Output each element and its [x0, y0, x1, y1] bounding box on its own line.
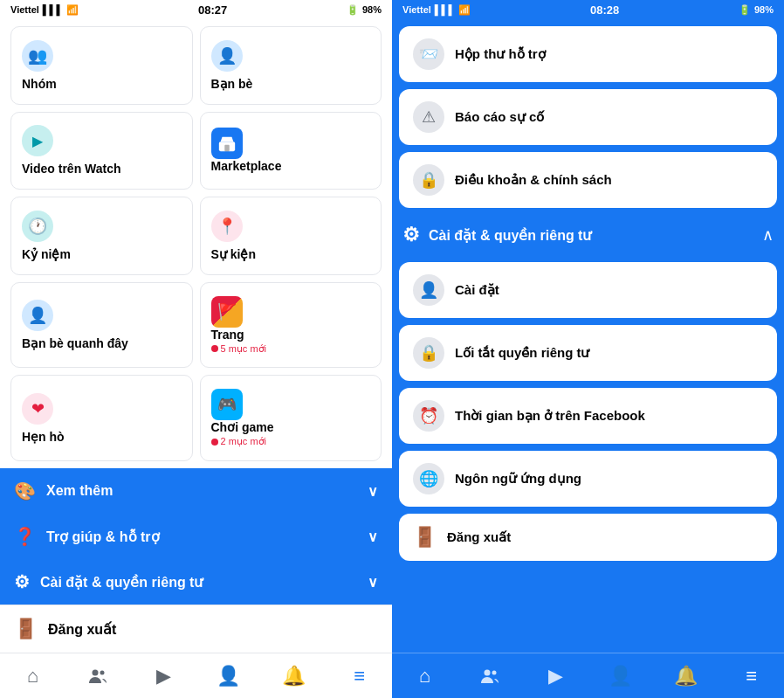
ban-be-quanh-icon: 👤 [22, 300, 53, 331]
left-wifi-icon: 📶 [66, 4, 79, 16]
grid-card-video-watch[interactable]: ▶ Video trên Watch [10, 112, 193, 190]
left-status-right: 🔋 98% [347, 4, 382, 16]
xem-them-chevron: ∨ [368, 483, 378, 500]
right-nav-video[interactable]: ▶ [523, 665, 588, 688]
grid-card-trang[interactable]: 🚩 Trang 5 mục mới [200, 282, 382, 369]
trang-badge-dot [211, 345, 218, 352]
bao-cao-card[interactable]: ⚠ Báo cáo sự cố [399, 89, 777, 145]
bao-cao-label: Báo cáo sự cố [455, 109, 544, 125]
left-nav-menu[interactable]: ≡ [327, 665, 392, 688]
dieu-khoan-card[interactable]: 🔒 Điều khoản & chính sách [399, 152, 777, 208]
ky-niem-label: Kỷ niệm [22, 247, 182, 261]
su-kien-label: Sự kiện [211, 247, 371, 261]
settings-section-icon: ⚙ [402, 224, 420, 246]
marketplace-label: Marketplace [211, 159, 371, 173]
right-nav-profile[interactable]: 👤 [588, 665, 653, 688]
grid-card-ban-be[interactable]: 👤 Bạn bè [200, 26, 382, 105]
nhom-label: Nhóm [22, 77, 182, 91]
nhom-icon: 👥 [22, 40, 53, 72]
choi-game-label: Chơi game [211, 420, 371, 434]
marketplace-icon [211, 128, 243, 159]
choi-game-badge-dot [211, 439, 218, 446]
hen-ho-label: Hẹn hò [22, 430, 182, 444]
settings-section-label: Cài đặt & quyền riêng tư [429, 227, 591, 244]
left-nav-bell[interactable]: 🔔 [261, 665, 327, 688]
cai-dat-left-row-left: ⚙ Cài đặt & quyền riêng tư [14, 571, 203, 592]
cai-dat-left-label: Cài đặt & quyền riêng tư [40, 574, 203, 591]
hop-thu-label: Hộp thư hỗ trợ [455, 46, 546, 62]
bao-cao-icon: ⚠ [413, 101, 444, 133]
ban-be-icon: 👤 [211, 40, 243, 72]
settings-section-left: ⚙ Cài đặt & quyền riêng tư [402, 224, 591, 246]
grid-card-ban-be-quanh[interactable]: 👤 Bạn bè quanh đây [10, 282, 193, 369]
hop-thu-card[interactable]: 📨 Hộp thư hỗ trợ [399, 26, 777, 82]
grid-card-marketplace[interactable]: Marketplace [200, 112, 382, 190]
grid-card-nhom[interactable]: 👥 Nhóm [10, 26, 193, 105]
right-status-right: 🔋 98% [739, 4, 774, 16]
svg-rect-1 [224, 145, 230, 151]
right-nav-menu[interactable]: ≡ [719, 665, 784, 688]
right-status-bar: Viettel ▌▌▌ 📶 08:28 🔋 98% [392, 0, 784, 19]
ngon-ngu-label: Ngôn ngữ ứng dụng [455, 471, 581, 487]
xem-them-left: 🎨 Xem thêm [14, 480, 113, 501]
left-carrier: Viettel [10, 4, 39, 15]
cai-dat-left-row[interactable]: ⚙ Cài đặt & quyền riêng tư ∨ [0, 559, 392, 605]
right-logout-row[interactable]: 🚪 Đăng xuất [399, 514, 777, 561]
grid-card-su-kien[interactable]: 📍 Sự kiện [200, 197, 382, 275]
right-signal-icon: ▌▌▌ [435, 4, 455, 15]
ngon-ngu-icon: 🌐 [413, 463, 444, 494]
right-nav-home[interactable]: ⌂ [392, 665, 457, 688]
video-watch-label: Video trên Watch [22, 162, 182, 176]
choi-game-icon: 🎮 [211, 389, 243, 420]
left-nav-friends[interactable] [65, 666, 131, 687]
su-kien-icon: 📍 [211, 211, 243, 242]
left-nav-profile[interactable]: 👤 [196, 665, 261, 688]
tro-giup-row[interactable]: ❓ Trợ giúp & hỗ trợ ∨ [0, 514, 392, 559]
right-logout-label: Đăng xuất [447, 529, 511, 545]
right-nav-bell[interactable]: 🔔 [653, 665, 719, 688]
right-time: 08:28 [590, 3, 619, 17]
trang-badge: 5 mục mới [211, 343, 371, 355]
left-time: 08:27 [198, 3, 227, 17]
left-nav-video[interactable]: ▶ [131, 665, 196, 688]
cai-dat-label: Cài đặt [455, 282, 499, 298]
xem-them-label: Xem thêm [46, 483, 113, 499]
left-panel: Viettel ▌▌▌ 📶 08:27 🔋 98% 👥 Nhóm 👤 Bạn b… [0, 0, 392, 698]
right-status-left: Viettel ▌▌▌ 📶 [402, 4, 471, 16]
hop-thu-icon: 📨 [413, 38, 444, 70]
ban-be-label: Bạn bè [211, 77, 371, 91]
thoi-gian-icon: ⏰ [413, 400, 444, 432]
thoi-gian-card[interactable]: ⏰ Thời gian bạn ở trên Facebook [399, 388, 777, 444]
trang-label: Trang [211, 328, 371, 342]
settings-section-chevron: ∧ [762, 225, 774, 245]
grid-card-hen-ho[interactable]: ❤ Hẹn hò [10, 375, 193, 461]
loi-tat-card[interactable]: 🔒 Lối tắt quyền riêng tư [399, 325, 777, 381]
dieu-khoan-label: Điều khoản & chính sách [455, 172, 612, 188]
right-nav-friends[interactable] [457, 666, 523, 687]
grid-card-ky-niem[interactable]: 🕐 Kỷ niệm [10, 197, 193, 275]
cai-dat-card[interactable]: 👤 Cài đặt [399, 262, 777, 318]
svg-point-3 [100, 670, 105, 674]
ban-be-quanh-label: Bạn bè quanh đây [22, 336, 182, 350]
left-status-bar: Viettel ▌▌▌ 📶 08:27 🔋 98% [0, 0, 392, 19]
right-wifi-icon: 📶 [458, 4, 471, 16]
tro-giup-label: Trợ giúp & hỗ trợ [46, 529, 160, 545]
loi-tat-icon: 🔒 [413, 337, 444, 369]
dieu-khoan-icon: 🔒 [413, 164, 444, 196]
settings-section-header[interactable]: ⚙ Cài đặt & quyền riêng tư ∧ [399, 215, 777, 255]
tro-giup-chevron: ∨ [368, 529, 378, 545]
tro-giup-left: ❓ Trợ giúp & hỗ trợ [14, 526, 160, 547]
tro-giup-icon: ❓ [14, 526, 36, 547]
right-content: 📨 Hộp thư hỗ trợ ⚠ Báo cáo sự cố 🔒 Điều … [392, 19, 784, 653]
left-logout-row[interactable]: 🚪 Đăng xuất [0, 605, 392, 653]
svg-point-5 [492, 670, 497, 674]
ngon-ngu-card[interactable]: 🌐 Ngôn ngữ ứng dụng [399, 451, 777, 507]
thoi-gian-label: Thời gian bạn ở trên Facebook [455, 408, 645, 424]
grid-card-choi-game[interactable]: 🎮 Chơi game 2 mục mới [200, 375, 382, 461]
right-battery: 98% [754, 4, 774, 15]
ky-niem-icon: 🕐 [22, 211, 53, 242]
xem-them-row[interactable]: 🎨 Xem thêm ∨ [0, 468, 392, 514]
xem-them-icon: 🎨 [14, 480, 36, 501]
cai-dat-left-chevron: ∨ [368, 574, 378, 591]
left-nav-home[interactable]: ⌂ [0, 665, 65, 688]
